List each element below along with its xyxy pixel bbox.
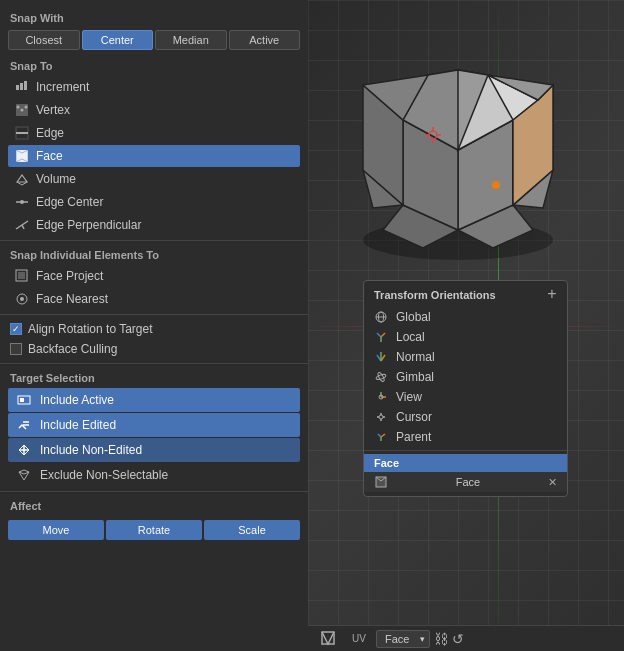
popup-face-section-label: Face bbox=[364, 454, 567, 472]
target-exclude-non-selectable-label: Exclude Non-Selectable bbox=[40, 468, 168, 482]
edge-perp-icon bbox=[14, 217, 30, 233]
volume-icon bbox=[14, 171, 30, 187]
snap-with-center[interactable]: Center bbox=[82, 30, 154, 50]
svg-point-19 bbox=[20, 297, 24, 301]
svg-rect-11 bbox=[16, 150, 28, 162]
divider-1 bbox=[0, 240, 308, 241]
popup-item-normal[interactable]: Normal bbox=[364, 347, 567, 367]
affect-move[interactable]: Move bbox=[8, 520, 104, 540]
popup-face-item[interactable]: Face ✕ bbox=[364, 472, 567, 492]
svg-line-49 bbox=[377, 333, 381, 337]
align-rotation-label: Align Rotation to Target bbox=[28, 322, 153, 336]
svg-line-65 bbox=[378, 434, 381, 437]
svg-point-13 bbox=[20, 200, 24, 204]
view-icon bbox=[374, 390, 388, 404]
snap-item-face-nearest[interactable]: Face Nearest bbox=[8, 288, 300, 310]
divider-2 bbox=[0, 314, 308, 315]
target-include-active-label: Include Active bbox=[40, 393, 114, 407]
snap-item-volume[interactable]: Volume bbox=[8, 168, 300, 190]
svg-point-54 bbox=[376, 373, 387, 380]
snap-label-face-project: Face Project bbox=[36, 269, 103, 283]
target-include-non-edited-label: Include Non-Edited bbox=[40, 443, 142, 457]
mesh-svg bbox=[328, 30, 588, 290]
svg-rect-21 bbox=[20, 398, 24, 402]
svg-point-55 bbox=[377, 372, 385, 383]
transform-orientations-popup: Transform Orientations + Global Local bbox=[363, 280, 568, 497]
backface-culling-row[interactable]: Backface Culling bbox=[0, 339, 308, 359]
svg-rect-0 bbox=[16, 85, 19, 90]
target-include-non-edited[interactable]: Include Non-Edited bbox=[8, 438, 300, 462]
backface-culling-label: Backface Culling bbox=[28, 342, 117, 356]
vertex-icon bbox=[14, 102, 30, 118]
cursor-icon bbox=[374, 410, 388, 424]
snap-with-title: Snap With bbox=[0, 8, 308, 28]
face-item-icon bbox=[374, 475, 388, 489]
popup-divider bbox=[364, 450, 567, 451]
uv-label bbox=[314, 628, 342, 650]
affect-scale[interactable]: Scale bbox=[204, 520, 300, 540]
snap-item-face[interactable]: Face bbox=[8, 145, 300, 167]
uv-text: UV bbox=[346, 631, 372, 646]
popup-face-close[interactable]: ✕ bbox=[548, 476, 557, 489]
svg-rect-70 bbox=[322, 632, 334, 644]
popup-item-cursor[interactable]: Cursor bbox=[364, 407, 567, 427]
snap-with-median[interactable]: Median bbox=[155, 30, 227, 50]
align-rotation-row[interactable]: Align Rotation to Target bbox=[0, 319, 308, 339]
popup-label-cursor: Cursor bbox=[396, 410, 432, 424]
snap-with-buttons: Closest Center Median Active bbox=[0, 28, 308, 56]
affect-rotate[interactable]: Rotate bbox=[106, 520, 202, 540]
target-include-active[interactable]: Include Active bbox=[8, 388, 300, 412]
svg-point-63 bbox=[379, 415, 383, 419]
divider-3 bbox=[0, 363, 308, 364]
bottom-bar: UV Face ⛓ ↺ bbox=[308, 625, 624, 651]
snap-individual-list: Face Project Face Nearest bbox=[0, 265, 308, 310]
snap-label-edge-perp: Edge Perpendicular bbox=[36, 218, 141, 232]
svg-line-64 bbox=[381, 434, 385, 437]
popup-item-global[interactable]: Global bbox=[364, 307, 567, 327]
include-active-icon bbox=[16, 392, 32, 408]
snap-item-edge-perp[interactable]: Edge Perpendicular bbox=[8, 214, 300, 236]
mesh-container bbox=[328, 30, 588, 290]
refresh-icon[interactable]: ↺ bbox=[452, 631, 464, 647]
snap-item-increment[interactable]: Increment bbox=[8, 76, 300, 98]
popup-item-parent[interactable]: Parent bbox=[364, 427, 567, 447]
viewport[interactable]: Transform Orientations + Global Local bbox=[308, 0, 624, 651]
global-icon bbox=[374, 310, 388, 324]
chain-icon[interactable]: ⛓ bbox=[434, 631, 448, 647]
backface-culling-checkbox[interactable] bbox=[10, 343, 22, 355]
target-selection-title: Target Selection bbox=[0, 368, 308, 388]
popup-item-view[interactable]: View bbox=[364, 387, 567, 407]
normal-icon bbox=[374, 350, 388, 364]
face-snap-icon bbox=[14, 148, 30, 164]
snap-label-edge-center: Edge Center bbox=[36, 195, 103, 209]
left-panel: Snap With Closest Center Median Active S… bbox=[0, 0, 308, 651]
edge-center-icon bbox=[14, 194, 30, 210]
snap-with-active[interactable]: Active bbox=[229, 30, 301, 50]
svg-rect-2 bbox=[24, 81, 27, 90]
svg-rect-17 bbox=[18, 272, 25, 279]
snap-label-face-nearest: Face Nearest bbox=[36, 292, 108, 306]
target-include-edited-label: Include Edited bbox=[40, 418, 116, 432]
exclude-non-selectable-icon bbox=[16, 467, 32, 483]
svg-point-44 bbox=[492, 181, 500, 189]
align-rotation-checkbox[interactable] bbox=[10, 323, 22, 335]
snap-label-face: Face bbox=[36, 149, 63, 163]
snap-with-closest[interactable]: Closest bbox=[8, 30, 80, 50]
popup-item-local[interactable]: Local bbox=[364, 327, 567, 347]
target-include-edited[interactable]: Include Edited bbox=[8, 413, 300, 437]
face-dropdown[interactable]: Face bbox=[376, 630, 430, 648]
snap-item-vertex[interactable]: Vertex bbox=[8, 99, 300, 121]
snap-item-face-project[interactable]: Face Project bbox=[8, 265, 300, 287]
face-nearest-icon bbox=[14, 291, 30, 307]
popup-item-gimbal[interactable]: Gimbal bbox=[364, 367, 567, 387]
popup-label-gimbal: Gimbal bbox=[396, 370, 434, 384]
increment-icon bbox=[14, 79, 30, 95]
snap-item-edge[interactable]: Edge bbox=[8, 122, 300, 144]
target-exclude-non-selectable[interactable]: Exclude Non-Selectable bbox=[8, 463, 300, 487]
transform-add-button[interactable]: + bbox=[543, 285, 561, 303]
snap-item-edge-center[interactable]: Edge Center bbox=[8, 191, 300, 213]
popup-label-parent: Parent bbox=[396, 430, 431, 444]
transform-popup-title: Transform Orientations bbox=[364, 285, 567, 307]
snap-label-edge: Edge bbox=[36, 126, 64, 140]
snap-label-vertex: Vertex bbox=[36, 103, 70, 117]
